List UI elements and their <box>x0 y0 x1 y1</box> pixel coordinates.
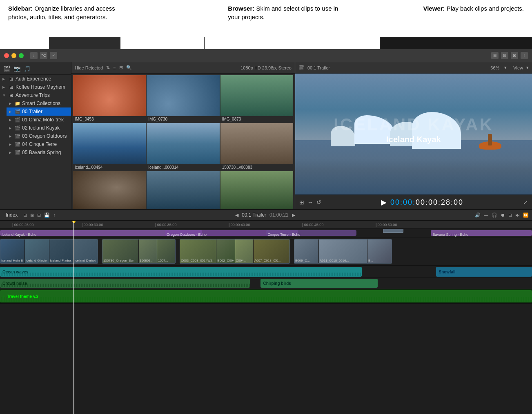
video-clip[interactable]: C004... <box>235 239 253 263</box>
zoom-chevron[interactable]: ▾ <box>504 65 507 70</box>
sidebar-item-label: Koffee House Mayhem <box>16 84 69 90</box>
clip-label-iceland-000314: Iceland...000314 <box>147 164 219 170</box>
music-clip-travel[interactable]: ♪ Travel theme v.2 <box>0 290 532 302</box>
import-icon[interactable]: ↓ <box>30 52 38 59</box>
sort-icon[interactable]: ⇅ <box>106 65 110 70</box>
view-chevron[interactable]: ▾ <box>526 65 529 70</box>
minimize-button[interactable] <box>11 53 16 58</box>
video-clip[interactable]: B002_C004_0514T... <box>216 239 234 263</box>
viewer: 🎬 00.1 Trailer 66% ▾ View ▾ <box>295 62 532 209</box>
video-clip[interactable]: 1507... <box>157 239 175 263</box>
audio-icon[interactable]: 🎵 <box>24 65 31 72</box>
sidebar-annotation-line <box>49 37 120 49</box>
project-nav-next[interactable]: ▶ <box>292 213 295 218</box>
audio-icon[interactable]: 🔊 <box>475 213 481 218</box>
video-clip[interactable]: 150803... <box>139 239 157 263</box>
tool-icon[interactable]: ↑ <box>53 213 56 217</box>
clip-item[interactable]: Iceland...00620a <box>220 171 293 209</box>
grid-icon[interactable]: ⊞ <box>491 52 499 59</box>
layout2-icon[interactable]: ⊠ <box>30 213 34 218</box>
view-grid-icon[interactable]: ⊞ <box>119 65 123 70</box>
clip-item[interactable]: Iceland...00494 <box>73 123 146 170</box>
video-clip[interactable]: Iceland-Glacier-Lag... <box>25 239 49 263</box>
playhead-video <box>73 237 74 265</box>
clip-item[interactable]: IMG_0453 <box>73 75 146 122</box>
sidebar-item-koffee[interactable]: ▶ ⊞ Koffee House Mayhem <box>0 83 71 91</box>
arrow-icon: ▶ <box>9 102 13 105</box>
clip-name: B009_C... <box>295 259 310 262</box>
loop-icon[interactable]: ↺ <box>316 199 321 206</box>
clip-item[interactable]: 150731_...00087a <box>73 171 146 209</box>
echo-label: Iceland Kayak - Echo <box>0 233 38 237</box>
sidebar-item-adventure[interactable]: ▼ ⊞ Adventure Trips <box>0 91 71 99</box>
end-icon[interactable]: ⏭ <box>515 213 520 217</box>
video-clip[interactable]: C003_C003_0514WZacs <box>180 239 216 263</box>
video-clip[interactable]: A007_C018_051... <box>254 239 289 263</box>
zoom-label[interactable]: 66% <box>490 65 499 70</box>
sidebar-item-02-iceland[interactable]: ▶ 🎬 02 Iceland Kayak <box>7 124 71 132</box>
view-list-icon[interactable]: ≡ <box>113 65 116 70</box>
layout-icon[interactable]: ⊞ <box>23 213 27 218</box>
close-button[interactable] <box>4 53 9 58</box>
fullscreen-button[interactable] <box>19 53 24 58</box>
sidebar-item-05-bavaria[interactable]: ▶ 🎬 05 Bavaria Spring <box>7 148 71 157</box>
share-icon[interactable]: ↑ <box>521 52 528 59</box>
audio-clip-crowd[interactable]: Crowd noise <box>0 279 250 288</box>
sidebar-item-00-trailer[interactable]: ▶ 🎬 00 Trailer <box>7 107 71 116</box>
hide-rejected-label[interactable]: Hide Rejected <box>75 65 103 70</box>
headphone-icon[interactable]: 🎧 <box>492 213 497 218</box>
sidebar-item-03-oregon[interactable]: ▶ 🎬 03 Oregon Outdoors <box>7 132 71 140</box>
clip-label: IMG_0730 <box>147 116 219 122</box>
skim-icon[interactable]: ⌥ <box>40 52 47 59</box>
sidebar-item-04-cinque[interactable]: ▶ 🎬 04 Cinque Terre <box>7 140 71 148</box>
sidebar-item-smart-collections[interactable]: ▶ 📁 Smart Collections <box>7 99 71 107</box>
playhead-audio1 <box>73 266 74 277</box>
timeline-container: | 00:00:25:00 | 00:00:30:00 | 00:00:35:0… <box>0 221 532 414</box>
split-icon[interactable]: ⊠ <box>511 52 518 59</box>
video-clip[interactable]: A011_C018_0516... <box>319 239 367 263</box>
audio-clip-chirping[interactable]: Chirping birds <box>260 279 378 288</box>
photos-icon[interactable]: 📷 <box>13 65 20 72</box>
sync-icon[interactable]: ⊟ <box>508 213 512 218</box>
resize-icon[interactable]: ↔ <box>307 199 313 206</box>
video-clip[interactable]: B009_C... <box>294 239 318 263</box>
grid-ctrl-icon[interactable]: ⊞ <box>299 199 304 206</box>
clip-item-iceland-000314[interactable]: Iceland...000314 <box>147 123 219 170</box>
library-icon[interactable]: 🎬 <box>3 65 10 72</box>
sidebar-item-audi[interactable]: ▶ ⊞ Audi Experience <box>0 75 71 83</box>
clip-item[interactable]: IMG_0730 <box>147 75 219 122</box>
duration-label: 01:00:21 <box>269 212 289 218</box>
viewer-overlay: ICELAND KAYAK Iceland Kayak <box>295 116 532 144</box>
video-clips-container: Iceland-Hofn-Bea... Iceland-Glacier-Lag.… <box>0 237 532 265</box>
sidebar-item-01-china[interactable]: ▶ 🎬 01 China Moto-trek <box>7 116 71 124</box>
project-nav-prev[interactable]: ◀ <box>235 213 238 218</box>
search-icon[interactable]: 🔍 <box>126 65 132 70</box>
video-clip[interactable]: Iceland-Fjadra... <box>49 239 73 263</box>
video-clip[interactable]: Iceland-Dyrholaey... <box>73 239 98 263</box>
video-clip[interactable]: Iceland-Hofn-Bea... <box>0 239 24 263</box>
project-icon: 🎬 <box>15 117 20 123</box>
index-button[interactable]: Index <box>3 211 20 219</box>
video-clip[interactable]: B... <box>367 239 392 263</box>
check-icon[interactable]: ✓ <box>50 52 57 59</box>
audio-clip-ocean[interactable]: Ocean waves <box>0 267 362 277</box>
arrow-icon: ▼ <box>2 94 7 97</box>
view-button[interactable]: View <box>513 65 523 70</box>
echo-label: Oregon Outdoors - Echo <box>165 233 208 237</box>
audio-clip-snowfall[interactable]: Snowfall <box>436 267 532 277</box>
viewer-title-sub: Iceland Kayak <box>295 135 532 144</box>
end2-icon[interactable]: ⏩ <box>523 213 529 218</box>
sidebar: 🎬 📷 🎵 ▶ ⊞ Audi Experience ▶ ⊞ Koffee Hou… <box>0 62 71 209</box>
record-icon[interactable]: ⏺ <box>501 213 505 217</box>
video-clip[interactable]: 150730_Oregon_Sur... <box>102 239 138 263</box>
floating-clip[interactable] <box>383 229 403 233</box>
save-icon[interactable]: 💾 <box>44 213 50 218</box>
clip-item[interactable]: 150730...v00083 <box>220 123 293 170</box>
clip-item[interactable]: IMG_0873 <box>220 75 293 122</box>
level-icon[interactable]: — <box>484 213 488 217</box>
fullscreen-ctrl-icon[interactable]: ⤢ <box>523 199 528 206</box>
arrow-icon: ▶ <box>2 85 7 89</box>
clip-item[interactable]: Iceland...00462a <box>147 171 219 209</box>
layout3-icon[interactable]: ⊟ <box>37 213 41 218</box>
layout-icon[interactable]: ⊟ <box>501 52 508 59</box>
